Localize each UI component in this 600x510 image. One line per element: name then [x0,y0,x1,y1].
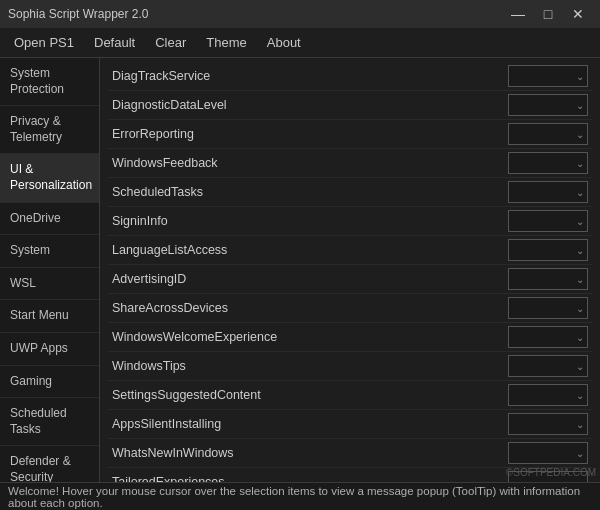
dropdown-settings-suggested-content[interactable] [508,384,588,406]
row-label-whats-new-in-windows: WhatsNewInWindows [112,446,508,460]
content-row-share-across-devices: ShareAcrossDevices⌄ [108,294,592,323]
status-bar: Welcome! Hover your mouse cursor over th… [0,482,600,510]
row-label-windows-feedback: WindowsFeedback [112,156,508,170]
content-row-windows-tips: WindowsTips⌄ [108,352,592,381]
dropdown-diagnostic-data-level[interactable] [508,94,588,116]
maximize-button[interactable]: □ [534,4,562,24]
dropdown-wrapper-advertising-id: ⌄ [508,268,588,290]
sidebar-item-wsl[interactable]: WSL [0,268,99,301]
menu-item-default[interactable]: Default [84,31,145,54]
sidebar-item-system-protection[interactable]: System Protection [0,58,99,106]
dropdown-wrapper-error-reporting: ⌄ [508,123,588,145]
content-row-diagnostic-data-level: DiagnosticDataLevel⌄ [108,91,592,120]
row-label-windows-welcome-experience: WindowsWelcomeExperience [112,330,508,344]
row-label-tailored-experiences: TailoredExperiences [112,475,508,482]
sidebar-item-onedrive[interactable]: OneDrive [0,203,99,236]
content-row-diag-track-service: DiagTrackService⌄ [108,62,592,91]
sidebar-item-defender-security[interactable]: Defender & Security [0,446,99,482]
title-bar: Sophia Script Wrapper 2.0 — □ ✕ [0,0,600,28]
content-row-windows-feedback: WindowsFeedback⌄ [108,149,592,178]
row-label-settings-suggested-content: SettingsSuggestedContent [112,388,508,402]
sidebar-item-system[interactable]: System [0,235,99,268]
close-button[interactable]: ✕ [564,4,592,24]
status-text: Welcome! Hover your mouse cursor over th… [8,485,592,509]
dropdown-windows-feedback[interactable] [508,152,588,174]
dropdown-windows-tips[interactable] [508,355,588,377]
content-row-settings-suggested-content: SettingsSuggestedContent⌄ [108,381,592,410]
sidebar-item-privacy-telemetry[interactable]: Privacy & Telemetry [0,106,99,154]
row-label-apps-silent-installing: AppsSilentInstalling [112,417,508,431]
row-label-windows-tips: WindowsTips [112,359,508,373]
dropdown-wrapper-apps-silent-installing: ⌄ [508,413,588,435]
sidebar-item-ui-personalization[interactable]: UI & Personalization [0,154,99,202]
dropdown-wrapper-diagnostic-data-level: ⌄ [508,94,588,116]
content-row-scheduled-tasks: ScheduledTasks⌄ [108,178,592,207]
minimize-button[interactable]: — [504,4,532,24]
content-row-error-reporting: ErrorReporting⌄ [108,120,592,149]
dropdown-wrapper-language-list-access: ⌄ [508,239,588,261]
sidebar-item-scheduled-tasks[interactable]: Scheduled Tasks [0,398,99,446]
menu-item-clear[interactable]: Clear [145,31,196,54]
dropdown-apps-silent-installing[interactable] [508,413,588,435]
dropdown-windows-welcome-experience[interactable] [508,326,588,348]
row-label-language-list-access: LanguageListAccess [112,243,508,257]
menu-item-theme[interactable]: Theme [196,31,256,54]
content-area: DiagTrackService⌄DiagnosticDataLevel⌄Err… [100,58,600,482]
dropdown-wrapper-windows-welcome-experience: ⌄ [508,326,588,348]
row-label-signin-info: SigninInfo [112,214,508,228]
menu-item-open-ps1[interactable]: Open PS1 [4,31,84,54]
dropdown-error-reporting[interactable] [508,123,588,145]
dropdown-wrapper-signin-info: ⌄ [508,210,588,232]
sidebar-item-uwp-apps[interactable]: UWP Apps [0,333,99,366]
row-label-share-across-devices: ShareAcrossDevices [112,301,508,315]
sidebar-item-start-menu[interactable]: Start Menu [0,300,99,333]
row-label-error-reporting: ErrorReporting [112,127,508,141]
row-label-diag-track-service: DiagTrackService [112,69,508,83]
dropdown-wrapper-scheduled-tasks: ⌄ [508,181,588,203]
dropdown-signin-info[interactable] [508,210,588,232]
content-row-language-list-access: LanguageListAccess⌄ [108,236,592,265]
sidebar-item-gaming[interactable]: Gaming [0,366,99,399]
dropdown-wrapper-windows-feedback: ⌄ [508,152,588,174]
dropdown-wrapper-settings-suggested-content: ⌄ [508,384,588,406]
dropdown-wrapper-share-across-devices: ⌄ [508,297,588,319]
content-row-signin-info: SigninInfo⌄ [108,207,592,236]
dropdown-advertising-id[interactable] [508,268,588,290]
row-label-scheduled-tasks: ScheduledTasks [112,185,508,199]
main-layout: System ProtectionPrivacy & TelemetryUI &… [0,58,600,482]
app-title: Sophia Script Wrapper 2.0 [8,7,149,21]
row-label-advertising-id: AdvertisingID [112,272,508,286]
content-row-whats-new-in-windows: WhatsNewInWindows⌄ [108,439,592,468]
menu-bar: Open PS1DefaultClearThemeAbout [0,28,600,58]
sidebar: System ProtectionPrivacy & TelemetryUI &… [0,58,100,482]
dropdown-wrapper-windows-tips: ⌄ [508,355,588,377]
dropdown-whats-new-in-windows[interactable] [508,442,588,464]
content-row-apps-silent-installing: AppsSilentInstalling⌄ [108,410,592,439]
dropdown-language-list-access[interactable] [508,239,588,261]
menu-item-about[interactable]: About [257,31,311,54]
watermark: ©SOFTPEDIA.COM [506,467,596,478]
dropdown-scheduled-tasks[interactable] [508,181,588,203]
dropdown-wrapper-diag-track-service: ⌄ [508,65,588,87]
content-row-windows-welcome-experience: WindowsWelcomeExperience⌄ [108,323,592,352]
dropdown-share-across-devices[interactable] [508,297,588,319]
window-controls: — □ ✕ [504,4,592,24]
row-label-diagnostic-data-level: DiagnosticDataLevel [112,98,508,112]
dropdown-wrapper-whats-new-in-windows: ⌄ [508,442,588,464]
dropdown-diag-track-service[interactable] [508,65,588,87]
content-row-advertising-id: AdvertisingID⌄ [108,265,592,294]
